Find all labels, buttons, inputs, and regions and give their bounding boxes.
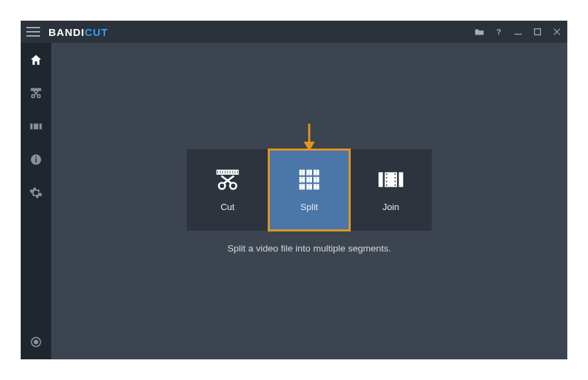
window-controls: ? xyxy=(475,27,562,37)
svg-point-46 xyxy=(309,173,309,174)
svg-point-56 xyxy=(302,188,302,189)
app-window: BANDICUT ? xyxy=(21,21,567,359)
minimize-button[interactable] xyxy=(513,27,523,37)
action-join-label: Join xyxy=(383,202,399,212)
help-button[interactable]: ? xyxy=(494,27,504,37)
sidebar-item-cut[interactable] xyxy=(28,86,44,101)
svg-rect-67 xyxy=(386,184,387,186)
svg-point-53 xyxy=(316,178,317,178)
action-split-label: Split xyxy=(300,202,318,212)
action-row: Cut xyxy=(187,149,432,231)
sidebar-item-settings[interactable] xyxy=(28,185,44,200)
svg-point-43 xyxy=(302,171,302,171)
cut-icon xyxy=(212,167,243,192)
svg-rect-63 xyxy=(399,172,403,187)
svg-rect-69 xyxy=(394,177,396,178)
main-content: Cut xyxy=(51,43,567,359)
action-join[interactable]: Join xyxy=(350,149,432,231)
svg-point-17 xyxy=(35,341,38,344)
sidebar-item-home[interactable] xyxy=(28,53,44,68)
svg-point-6 xyxy=(32,95,35,97)
svg-rect-10 xyxy=(30,124,33,129)
svg-point-49 xyxy=(302,178,302,178)
svg-rect-61 xyxy=(378,172,383,187)
close-button[interactable] xyxy=(552,27,562,37)
svg-point-57 xyxy=(309,184,309,185)
action-cut-label: Cut xyxy=(221,202,235,212)
svg-point-52 xyxy=(309,181,309,182)
sidebar-item-info[interactable] xyxy=(28,152,44,167)
maximize-button[interactable] xyxy=(533,27,542,37)
sidebar xyxy=(21,43,51,359)
svg-rect-14 xyxy=(35,158,37,162)
svg-point-59 xyxy=(316,184,317,185)
svg-point-58 xyxy=(309,188,309,189)
action-cut[interactable]: Cut xyxy=(187,149,268,231)
svg-rect-11 xyxy=(34,124,39,129)
svg-rect-65 xyxy=(386,177,387,178)
svg-text:?: ? xyxy=(497,28,502,36)
svg-rect-66 xyxy=(386,181,387,182)
svg-rect-2 xyxy=(535,29,541,35)
sidebar-item-join[interactable] xyxy=(28,119,44,134)
join-icon xyxy=(376,167,406,192)
svg-rect-5 xyxy=(31,88,42,91)
annotation-arrow-icon xyxy=(302,122,317,153)
sidebar-item-record[interactable] xyxy=(28,334,44,350)
svg-point-60 xyxy=(316,188,317,189)
svg-rect-15 xyxy=(35,156,37,158)
svg-rect-71 xyxy=(394,184,396,186)
split-icon xyxy=(294,167,324,192)
svg-point-45 xyxy=(309,171,309,171)
svg-point-47 xyxy=(316,171,317,171)
brand-part1: BANDI xyxy=(48,26,85,38)
svg-point-54 xyxy=(316,181,317,182)
svg-point-51 xyxy=(309,178,309,178)
svg-rect-70 xyxy=(394,181,396,182)
svg-point-7 xyxy=(37,95,40,97)
svg-point-50 xyxy=(302,181,302,182)
svg-point-48 xyxy=(316,173,317,174)
open-file-button[interactable] xyxy=(475,27,484,37)
brand-part2: CUT xyxy=(85,26,109,38)
svg-rect-12 xyxy=(39,124,42,129)
svg-rect-64 xyxy=(386,173,387,175)
titlebar: BANDICUT ? xyxy=(21,21,567,43)
action-split[interactable]: Split xyxy=(268,149,350,231)
svg-point-44 xyxy=(302,173,302,174)
svg-rect-68 xyxy=(394,173,396,175)
menu-button[interactable] xyxy=(26,24,42,39)
svg-point-55 xyxy=(302,184,302,185)
action-description: Split a video file into multiple segment… xyxy=(228,243,391,254)
app-logo: BANDICUT xyxy=(48,26,108,38)
